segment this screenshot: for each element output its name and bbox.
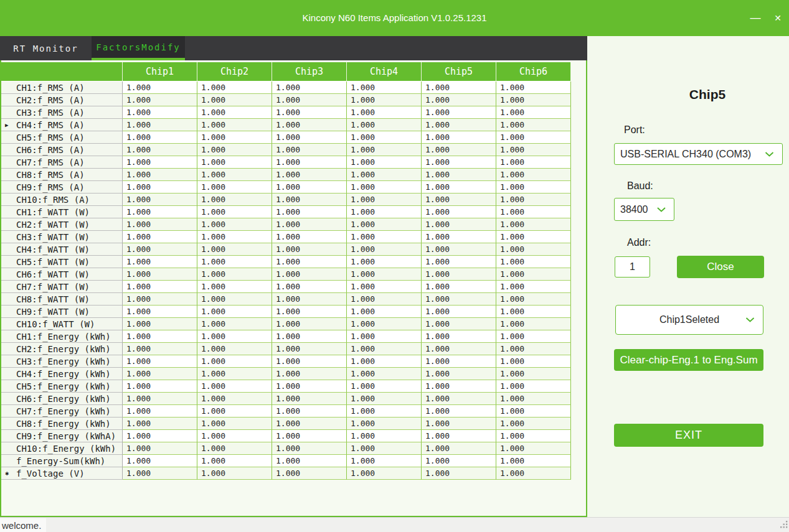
table-cell[interactable]: 1.000 [422, 131, 496, 144]
table-cell[interactable]: 1.000 [123, 181, 197, 194]
table-cell[interactable]: 1.000 [347, 243, 422, 256]
table-cell[interactable]: 1.000 [272, 430, 347, 442]
table-cell[interactable]: 1.000 [496, 144, 571, 156]
minimize-button[interactable]: — [744, 0, 767, 36]
table-cell[interactable]: 1.000 [197, 144, 272, 156]
table-cell[interactable]: 1.000 [496, 194, 571, 206]
table-cell[interactable]: 1.000 [496, 306, 571, 318]
table-cell[interactable]: 1.000 [496, 405, 571, 418]
close-button[interactable]: ✕ [767, 0, 789, 36]
port-select[interactable]: USB-SERIAL CH340 (COM3) [614, 143, 783, 165]
table-cell[interactable]: 1.000 [347, 256, 422, 268]
tab-factors-modify[interactable]: FactorsModify [92, 36, 185, 60]
table-cell[interactable]: 1.000 [272, 194, 347, 206]
table-cell[interactable]: 1.000 [496, 418, 571, 430]
table-cell[interactable]: 1.000 [197, 293, 272, 306]
table-cell[interactable]: 1.000 [123, 455, 197, 467]
table-cell[interactable]: 1.000 [347, 206, 422, 218]
table-cell[interactable]: 1.000 [123, 405, 197, 418]
table-cell[interactable]: 1.000 [422, 268, 496, 281]
table-cell[interactable]: 1.000 [422, 243, 496, 256]
table-cell[interactable]: 1.000 [496, 455, 571, 467]
table-cell[interactable]: 1.000 [197, 467, 272, 480]
table-cell[interactable]: 1.000 [422, 306, 496, 318]
table-cell[interactable]: 1.000 [422, 106, 496, 119]
table-cell[interactable]: 1.000 [272, 119, 347, 131]
table-cell[interactable]: 1.000 [272, 243, 347, 256]
table-cell[interactable]: 1.000 [197, 119, 272, 131]
table-cell[interactable]: 1.000 [422, 144, 496, 156]
table-cell[interactable]: 1.000 [272, 418, 347, 430]
table-cell[interactable]: 1.000 [422, 430, 496, 442]
table-cell[interactable]: 1.000 [197, 355, 272, 368]
table-cell[interactable]: 1.000 [197, 330, 272, 343]
table-cell[interactable]: 1.000 [197, 455, 272, 467]
table-cell[interactable]: 1.000 [272, 442, 347, 455]
column-header-chip5[interactable]: Chip5 [422, 62, 496, 82]
table-cell[interactable]: 1.000 [496, 368, 571, 380]
baud-select[interactable]: 38400 [614, 198, 674, 221]
table-cell[interactable]: 1.000 [496, 318, 571, 330]
row-header[interactable]: CH7:f_Energy (kWh) [1, 405, 123, 418]
table-cell[interactable]: 1.000 [123, 343, 197, 355]
table-cell[interactable]: 1.000 [272, 405, 347, 418]
table-cell[interactable]: 1.000 [496, 380, 571, 393]
table-cell[interactable]: 1.000 [123, 430, 197, 442]
row-header[interactable]: CH1:f_WATT (W) [1, 206, 123, 218]
table-cell[interactable]: 1.000 [347, 442, 422, 455]
table-cell[interactable]: 1.000 [197, 82, 272, 94]
table-cell[interactable]: 1.000 [272, 169, 347, 181]
table-cell[interactable]: 1.000 [123, 442, 197, 455]
table-cell[interactable]: 1.000 [422, 442, 496, 455]
table-cell[interactable]: 1.000 [496, 156, 571, 169]
table-cell[interactable]: 1.000 [123, 131, 197, 144]
column-header-chip4[interactable]: Chip4 [347, 62, 422, 82]
table-corner-cell[interactable] [1, 62, 123, 82]
row-header[interactable]: CH7:f_RMS (A) [1, 156, 123, 169]
row-header[interactable]: CH8:f_WATT (W) [1, 293, 123, 306]
table-cell[interactable]: 1.000 [197, 442, 272, 455]
table-cell[interactable]: 1.000 [123, 467, 197, 480]
table-cell[interactable]: 1.000 [496, 94, 571, 106]
row-header[interactable]: CH3:f_WATT (W) [1, 231, 123, 243]
table-cell[interactable]: 1.000 [347, 293, 422, 306]
table-cell[interactable]: 1.000 [123, 281, 197, 293]
row-header[interactable]: CH2:f_Energy (kWh) [1, 343, 123, 355]
table-cell[interactable]: 1.000 [347, 131, 422, 144]
row-header[interactable]: CH10:f_Energy (kWh) [1, 442, 123, 455]
table-cell[interactable]: 1.000 [272, 380, 347, 393]
table-cell[interactable]: 1.000 [347, 418, 422, 430]
table-cell[interactable]: 1.000 [197, 218, 272, 231]
table-cell[interactable]: 1.000 [197, 194, 272, 206]
row-header[interactable]: CH3:f_RMS (A) [1, 106, 123, 119]
table-cell[interactable]: 1.000 [422, 455, 496, 467]
table-cell[interactable]: 1.000 [272, 218, 347, 231]
table-cell[interactable]: 1.000 [347, 194, 422, 206]
table-cell[interactable]: 1.000 [347, 368, 422, 380]
table-cell[interactable]: 1.000 [422, 169, 496, 181]
table-cell[interactable]: 1.000 [496, 206, 571, 218]
table-cell[interactable]: 1.000 [347, 467, 422, 480]
row-header[interactable]: CH8:f_RMS (A) [1, 169, 123, 181]
table-cell[interactable]: 1.000 [347, 169, 422, 181]
row-header[interactable]: CH10:f_RMS (A) [1, 194, 123, 206]
row-header[interactable]: CH9:f_WATT (W) [1, 306, 123, 318]
table-cell[interactable]: 1.000 [347, 181, 422, 194]
table-cell[interactable]: 1.000 [272, 181, 347, 194]
row-header[interactable]: ✱f_Voltage (V) [1, 467, 123, 480]
table-cell[interactable]: 1.000 [347, 343, 422, 355]
table-cell[interactable]: 1.000 [422, 181, 496, 194]
row-header[interactable]: CH2:f_RMS (A) [1, 94, 123, 106]
table-cell[interactable]: 1.000 [347, 405, 422, 418]
table-cell[interactable]: 1.000 [422, 467, 496, 480]
table-cell[interactable]: 1.000 [347, 119, 422, 131]
row-header[interactable]: CH5:f_Energy (kWh) [1, 380, 123, 393]
row-header[interactable]: CH4:f_Energy (kWh) [1, 368, 123, 380]
table-cell[interactable]: 1.000 [197, 156, 272, 169]
clear-chip-energy-button[interactable]: Clear-chip-Eng.1 to Eng.Sum [614, 349, 763, 371]
table-cell[interactable]: 1.000 [197, 169, 272, 181]
table-cell[interactable]: 1.000 [272, 144, 347, 156]
table-cell[interactable]: 1.000 [272, 231, 347, 243]
table-cell[interactable]: 1.000 [496, 256, 571, 268]
table-cell[interactable]: 1.000 [123, 119, 197, 131]
